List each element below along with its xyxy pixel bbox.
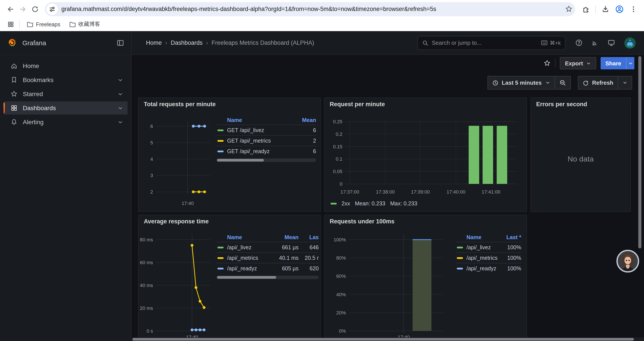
svg-text:0.25: 0.25 [333,119,342,124]
svg-text:60%: 60% [336,273,346,279]
panel-title[interactable]: Average response time [138,215,320,228]
share-button[interactable]: Share [600,57,626,69]
search-box[interactable]: ⌘+k [417,36,566,50]
legend-header-name[interactable]: Name [456,234,498,240]
help-icon[interactable] [575,39,582,47]
apps-button[interactable] [5,19,16,30]
profile-button[interactable] [613,3,626,15]
favorite-star-icon[interactable] [544,60,550,67]
panel-title[interactable]: Request per minute [324,98,526,111]
legend-max: Max: 0.233 [390,201,417,207]
legend-header-name[interactable]: Name [216,117,295,123]
legend-scrollbar-thumb[interactable] [217,276,276,279]
legend-row[interactable]: GET /api/_readyz 6 [216,146,316,156]
legend-scrollbar[interactable] [216,158,316,162]
chevron-down-icon [118,119,123,125]
legend-row[interactable]: /api/_readyz 100% [456,263,521,273]
dock-menu-button[interactable] [116,39,124,47]
extensions-button[interactable] [580,3,592,15]
breadcrumb-home[interactable]: Home [146,40,162,46]
panel-title[interactable]: Total requests per minute [138,98,320,111]
horizontal-scrollbar-thumb[interactable] [132,338,634,340]
search-input[interactable] [432,40,541,46]
user-avatar[interactable] [624,37,636,49]
export-button[interactable]: Export [560,57,596,69]
panel-title[interactable]: Errors per second [531,98,630,111]
sidebar-item-bookmarks[interactable]: Bookmarks [4,73,128,87]
legend-header-last[interactable]: Last * [498,234,521,240]
url-bar[interactable]: grafana.mathmast.com/d/deytv4rwavabkb/fr… [45,2,575,16]
puzzle-icon [582,5,590,13]
header-icons [575,37,636,49]
svg-text:0.1: 0.1 [336,156,342,162]
area-chart[interactable]: 100%80%60%40%20%0%17:40 [324,231,452,341]
bookmark-folder-blogs[interactable]: 收藏博客 [66,19,104,30]
svg-text:17:40:00: 17:40:00 [446,189,465,195]
dashboards-grid-icon [10,104,18,112]
legend-scrollbar-thumb[interactable] [217,159,264,162]
bookmarks-divider [19,21,20,28]
monitor-icon[interactable] [608,39,615,47]
horizontal-scrollbar[interactable] [132,337,644,341]
legend-row[interactable]: GET /api/_metrics 2 [216,135,316,146]
bookmark-star-button[interactable] [565,5,572,13]
panel-legend: Name Mean Las /api/_livez 661 µs 646 /ap… [216,233,319,279]
sidebar-nav: Home Bookmarks Starred Dashboards [0,55,131,129]
svg-text:80%: 80% [336,255,346,261]
assistant-avatar[interactable] [616,250,639,272]
legend-header-last[interactable]: Las [298,234,319,240]
forward-button[interactable] [17,3,29,15]
back-button[interactable] [4,3,17,15]
reload-button[interactable] [29,3,41,15]
legend-row[interactable]: /api/_livez 661 µs 646 [216,242,319,252]
sidebar-item-home[interactable]: Home [4,59,128,72]
panel-title[interactable]: Requests under 100ms [324,215,526,228]
legend-mean: Mean: 0.233 [355,201,385,207]
svg-text:0%: 0% [339,328,346,334]
share-menu-button[interactable] [626,57,634,69]
dashboard-actions: Export Share [544,57,634,70]
breadcrumb-separator: › [206,40,208,46]
svg-text:60 ms: 60 ms [140,260,153,265]
rss-icon[interactable] [592,39,599,47]
legend-header-mean[interactable]: Mean [295,117,316,123]
svg-text:0.05: 0.05 [333,169,342,174]
site-info-button[interactable] [46,3,58,15]
line-chart[interactable]: 80 ms60 ms40 ms20 ms0 s17:40 [138,231,214,341]
sidebar-item-starred[interactable]: Starred [4,87,128,101]
chart-legend[interactable]: 2xx Mean: 0.233 Max: 0.233 [330,201,417,207]
legend-header-name[interactable]: Name [216,234,272,240]
legend-row[interactable]: /api/_metrics 40.1 ms 20.5 r [216,252,319,263]
browser-menu-button[interactable] [627,3,640,15]
bookmarks-bar: Freeleaps 收藏博客 [0,18,644,31]
grafana-logo[interactable] [7,38,17,48]
chevron-down-icon [628,61,633,66]
line-chart[interactable]: 6543217:40 [138,114,214,212]
legend-row[interactable]: GET /api/_livez 6 [216,125,316,135]
svg-text:5: 5 [150,140,153,146]
time-range-button[interactable]: Last 5 minutes [488,76,554,89]
legend-row[interactable]: /api/_livez 100% [456,242,521,252]
legend-row[interactable]: /api/_readyz 605 µs 620 [216,263,319,273]
keyboard-icon [541,40,548,45]
downloads-button[interactable] [599,3,612,15]
legend-row[interactable]: /api/_metrics 100% [456,252,521,263]
panel-requests-under-100ms: Requests under 100ms 100%80%60%40%20%0%1… [324,215,527,341]
sidebar-item-alerting[interactable]: Alerting [4,115,128,129]
sidebar-item-dashboards[interactable]: Dashboards [4,101,128,115]
breadcrumb-dashboards[interactable]: Dashboards [171,40,203,46]
refresh-interval-button[interactable] [618,76,632,89]
series-swatch [330,203,337,204]
folder-icon [27,22,33,27]
clock-icon [492,80,498,86]
vertical-scrollbar[interactable] [638,56,641,248]
home-icon [10,62,18,69]
zoom-out-button[interactable] [554,76,570,89]
refresh-group: Refresh [578,76,632,90]
bar-chart[interactable]: 0.250.20.150.10.05017:37:0017:38:0017:39… [324,114,524,203]
refresh-button[interactable]: Refresh [578,76,618,89]
legend-scrollbar[interactable] [216,276,319,279]
bookmark-folder-freeleaps[interactable]: Freeleaps [23,20,64,29]
url-text[interactable]: grafana.mathmast.com/d/deytv4rwavabkb/fr… [62,6,565,12]
legend-header-mean[interactable]: Mean [272,234,298,240]
